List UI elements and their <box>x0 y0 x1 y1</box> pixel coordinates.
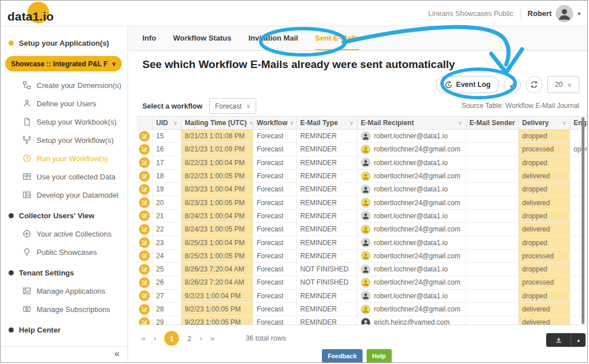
expand-button[interactable] <box>504 76 521 93</box>
table-row[interactable]: 16 8/21/23 1:01:09 PM Forecast REMINDER … <box>137 143 588 156</box>
edit-icon[interactable] <box>139 250 150 261</box>
column-header-uid[interactable]: UID∨ <box>153 117 181 129</box>
user-avatar <box>556 5 573 22</box>
table-row[interactable]: 20 8/23/23 1:00:05 PM Forecast REMINDER … <box>137 196 588 209</box>
column-header-engagement[interactable]: Engagement <box>570 117 588 129</box>
cell-mailing-time: 8/24/23 1:00:04 PM <box>181 210 253 222</box>
column-header-email-type[interactable]: E-Mail Type∨ <box>297 117 357 129</box>
email-journal-table: UID∨ Mailing Time (UTC)∨ Workflow∨ E-Mai… <box>137 116 588 325</box>
column-header-delivery[interactable]: Delivery∨ <box>519 117 570 129</box>
refresh-button[interactable] <box>526 76 543 93</box>
edit-icon[interactable] <box>139 264 150 275</box>
application-selector[interactable]: Showcase :: Integrated P&L F ∨ <box>5 56 122 71</box>
table-row[interactable]: 24 8/25/23 1:00:05 PM Forecast REMINDER … <box>137 250 588 263</box>
column-header-mailing-time[interactable]: Mailing Time (UTC)∨ <box>181 117 253 129</box>
download-button[interactable] <box>546 333 571 347</box>
table-row[interactable]: 29 9/2/23 1:00:05 PM Forecast REMINDER e… <box>137 316 588 325</box>
edit-icon[interactable] <box>139 184 150 195</box>
sidebar-item-run-workflows[interactable]: Run your Workflow(s) <box>22 154 128 163</box>
table-row[interactable]: 26 8/26/23 7:20:04 AM Forecast NOT FINIS… <box>137 276 588 289</box>
edit-icon[interactable] <box>139 224 150 235</box>
user-icon <box>22 99 31 108</box>
cell-edit <box>137 170 153 182</box>
sidebar-item-active-collections[interactable]: Your active Collections <box>22 229 128 238</box>
sidebar-item-create-dimensions[interactable]: Create your Dimension(s) <box>22 81 128 90</box>
sidebar-item-develop-datamodel[interactable]: Develop your Datamodel <box>22 190 128 199</box>
collapse-sidebar-icon[interactable]: « <box>114 349 120 359</box>
column-header-email-recipient[interactable]: E-Mail Recipient∨ <box>357 117 466 129</box>
chevron-down-icon: ∨ <box>562 120 566 126</box>
table-row[interactable]: 19 8/23/23 1:00:04 PM Forecast REMINDER … <box>137 183 588 196</box>
cell-email-sender <box>466 157 519 169</box>
sidebar-section-tenant-settings[interactable]: Tenant Settings <box>9 269 120 277</box>
first-page-button[interactable]: « <box>141 334 146 343</box>
cell-edit <box>137 236 153 249</box>
recipient-avatar <box>361 251 371 261</box>
edit-icon[interactable] <box>139 144 150 155</box>
column-header-workflow[interactable]: Workflow∨ <box>253 117 297 129</box>
table-row[interactable]: 21 8/24/23 1:00:04 PM Forecast REMINDER … <box>137 210 588 223</box>
next-page-button[interactable]: › <box>200 334 202 343</box>
last-page-button[interactable]: » <box>210 334 214 343</box>
sidebar-item-use-collected-data[interactable]: Use your collected Data <box>22 172 128 181</box>
user-menu[interactable]: Robert ▾ <box>528 5 580 22</box>
workflow-select[interactable]: Forecast ∨ <box>209 98 256 114</box>
table-row[interactable]: 15 8/21/23 1:01:08 PM Forecast REMINDER … <box>137 130 588 143</box>
table-icon <box>22 172 31 181</box>
edit-icon[interactable] <box>139 131 150 142</box>
cell-delivery: processed <box>519 250 570 262</box>
page-button-1[interactable]: 1 <box>164 331 179 346</box>
page-size-select[interactable]: 20 ∨ <box>547 76 579 93</box>
table-row[interactable]: 17 8/22/23 1:00:04 PM Forecast REMINDER … <box>137 157 588 170</box>
workspace-link[interactable]: Linearis Showcases Public <box>428 10 514 18</box>
sidebar-item-public-showcases[interactable]: Public Showcases <box>22 247 128 257</box>
sidebar-item-manage-applications[interactable]: Manage Applications <box>22 286 128 295</box>
page-title: See which Workflow E-Mails already were … <box>142 58 587 71</box>
cell-engagement <box>570 170 588 182</box>
sidebar-item-manage-subscriptions[interactable]: Manage Subscriptions <box>22 305 128 314</box>
edit-icon[interactable] <box>139 237 150 248</box>
edit-icon[interactable] <box>139 210 150 221</box>
tab-invitation-mail[interactable]: Invitation Mail <box>248 27 298 50</box>
cell-uid: 22 <box>153 223 181 235</box>
help-button[interactable]: Help <box>367 349 392 362</box>
table-row[interactable]: 25 8/26/23 7:20:04 AM Forecast NOT FINIS… <box>137 263 588 276</box>
tab-sent-emails[interactable]: Sent E-Mails <box>315 27 359 50</box>
column-header-edit <box>137 117 153 129</box>
table-row[interactable]: 22 8/24/23 1:00:05 PM Forecast REMINDER … <box>137 223 588 236</box>
expand-icon <box>509 81 516 89</box>
tab-info[interactable]: Info <box>142 27 156 50</box>
source-table-note: Source Table: Workflow E-Mail Journal <box>461 102 579 110</box>
table-row[interactable]: 23 8/25/23 1:00:04 PM Forecast REMINDER … <box>137 236 588 249</box>
cell-delivery: dropped <box>519 210 570 222</box>
edit-icon[interactable] <box>139 317 150 325</box>
sidebar-item-setup-workbooks[interactable]: Setup your Workbook(s) <box>22 117 128 126</box>
edit-icon[interactable] <box>139 197 150 208</box>
previous-page-button[interactable]: ‹ <box>154 334 157 343</box>
sidebar-section-collector-view[interactable]: Collector Users' View <box>9 211 120 220</box>
event-log-button[interactable]: Event Log <box>436 76 499 93</box>
edit-icon[interactable] <box>139 290 150 301</box>
table-row[interactable]: 18 8/22/23 1:00:05 PM Forecast REMINDER … <box>137 170 588 183</box>
feedback-button[interactable]: Feedback <box>322 349 363 362</box>
sidebar-item-define-users[interactable]: Define your Users <box>22 99 128 108</box>
edit-icon[interactable] <box>139 304 150 315</box>
cell-uid: 20 <box>153 196 181 209</box>
cell-email-type: REMINDER <box>297 210 357 222</box>
edit-icon[interactable] <box>139 157 150 168</box>
cell-delivery: processed <box>519 276 570 289</box>
user-menu-caret-icon: ▾ <box>578 11 580 17</box>
table-row[interactable]: 27 9/2/23 1:00:04 PM Forecast REMINDER r… <box>137 290 588 303</box>
sidebar-item-setup-workflows[interactable]: Setup your Workflow(s) <box>22 135 128 145</box>
table-row[interactable]: 28 9/2/23 1:00:05 PM Forecast REMINDER r… <box>137 303 588 316</box>
edit-icon[interactable] <box>139 277 150 288</box>
page-button-2[interactable]: 2 <box>187 334 191 343</box>
sidebar-section-help-center[interactable]: Help Center <box>9 326 120 334</box>
tab-workflow-status[interactable]: Workflow Status <box>173 27 232 50</box>
sidebar-section-setup-applications[interactable]: Setup your Application(s) <box>9 39 120 47</box>
column-header-email-sender[interactable]: E-Mail Sender∨ <box>466 117 519 129</box>
edit-icon[interactable] <box>139 171 150 182</box>
applications-icon <box>22 286 31 295</box>
download-options-button[interactable]: ▴ <box>571 333 586 347</box>
table-scrollbar[interactable] <box>582 117 584 324</box>
